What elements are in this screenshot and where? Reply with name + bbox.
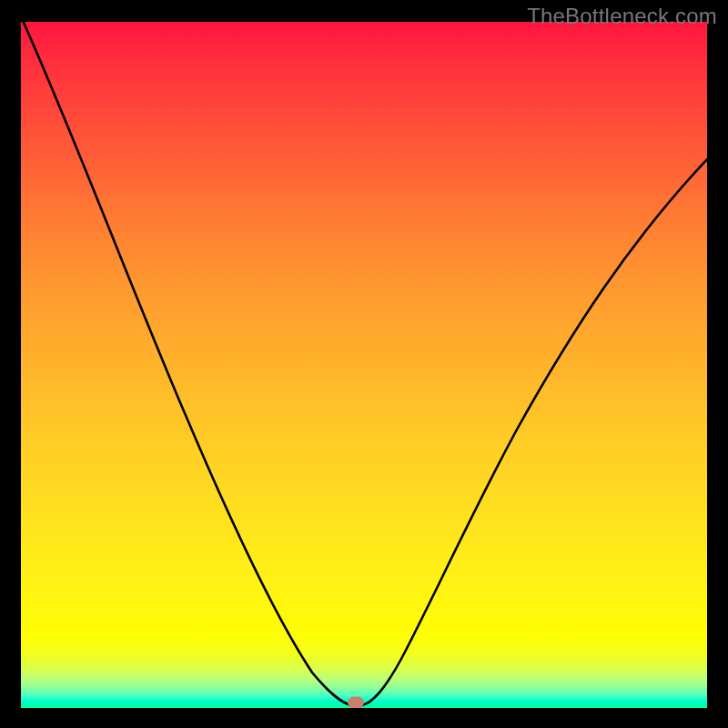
watermark-text: TheBottleneck.com (527, 4, 717, 29)
bottleneck-curve (21, 22, 707, 708)
optimal-point-marker (348, 697, 364, 709)
plot-area (21, 22, 707, 708)
curve-path (21, 22, 707, 705)
chart-container: TheBottleneck.com (0, 0, 728, 728)
